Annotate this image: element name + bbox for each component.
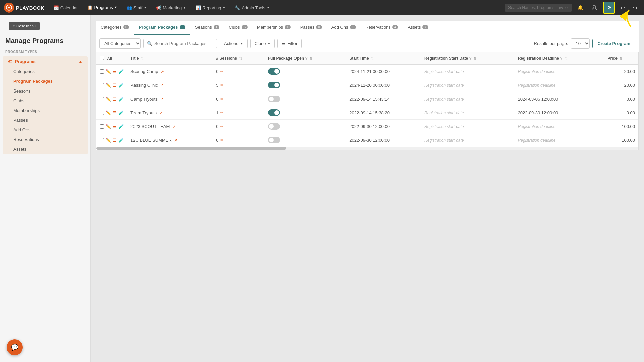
edit-icon[interactable]: ✏️ xyxy=(106,83,111,88)
edit-icon[interactable]: ✏️ xyxy=(106,69,111,74)
delete-icon[interactable]: 🧪 xyxy=(118,83,124,88)
logout-icon[interactable]: ↪ xyxy=(630,5,640,11)
tab-clubs[interactable]: Clubs 5 xyxy=(224,21,252,35)
start-time-column-header[interactable]: Start Time ⇅ xyxy=(346,52,421,65)
delete-icon[interactable]: 🧪 xyxy=(118,138,124,143)
tab-passes[interactable]: Passes 0 xyxy=(296,21,327,35)
sort-icon: ⇅ xyxy=(239,57,242,60)
gear-settings-button[interactable]: ⚙ xyxy=(603,2,615,14)
sessions-edit-icon[interactable]: ✏ xyxy=(220,138,223,142)
per-page-select[interactable]: 10 25 50 xyxy=(571,38,590,49)
row-checkbox[interactable] xyxy=(100,111,104,115)
help-icon[interactable]: ? xyxy=(469,56,471,61)
full-package-toggle[interactable] xyxy=(268,82,280,88)
sessions-edit-icon[interactable]: ✏ xyxy=(220,97,223,101)
user-icon[interactable] xyxy=(588,4,600,11)
toolbar: All Categories 🔍 Actions ▼ Clone ▼ ☰ Fil… xyxy=(96,35,639,52)
reporting-icon: 📊 xyxy=(196,5,201,10)
help-icon[interactable]: ? xyxy=(560,56,562,61)
full-package-open-column-header[interactable]: Full Package Open ? ⇅ xyxy=(265,52,346,65)
sessions-icon[interactable]: ☰ xyxy=(113,138,117,143)
external-link-icon[interactable]: ↗ xyxy=(174,138,177,143)
external-link-icon[interactable]: ↗ xyxy=(172,124,176,129)
sessions-edit-icon[interactable]: ✏ xyxy=(220,83,223,87)
sessions-edit-icon[interactable]: ✏ xyxy=(220,111,223,115)
select-all-checkbox[interactable] xyxy=(100,56,104,60)
external-link-icon[interactable]: ↗ xyxy=(159,111,163,115)
nav-marketing[interactable]: 📢 Marketing ▼ xyxy=(153,0,190,15)
help-icon[interactable]: ? xyxy=(305,56,307,61)
row-checkbox[interactable] xyxy=(100,83,104,87)
delete-icon[interactable]: 🧪 xyxy=(118,124,124,129)
sidebar-item-assets[interactable]: Assets xyxy=(3,144,88,154)
sidebar-item-passes[interactable]: Passes xyxy=(3,115,88,125)
tab-memberships[interactable]: Memberships 1 xyxy=(252,21,296,35)
nav-reporting[interactable]: 📊 Reporting ▼ xyxy=(192,0,229,15)
sessions-edit-icon[interactable]: ✏ xyxy=(220,124,223,129)
external-link-icon[interactable]: ↗ xyxy=(160,83,164,88)
search-input[interactable] xyxy=(154,41,213,46)
sessions-column-header[interactable]: # Sessions ⇅ xyxy=(213,52,264,65)
table-row: ✏️ ☰ 🧪 Passing Clinic ↗ 5 ✏ xyxy=(96,78,638,92)
actions-button[interactable]: Actions ▼ xyxy=(220,39,248,48)
sidebar-item-categories[interactable]: Categories xyxy=(3,67,88,76)
full-package-toggle[interactable] xyxy=(268,96,280,102)
delete-icon[interactable]: 🧪 xyxy=(118,97,124,102)
sessions-icon[interactable]: ☰ xyxy=(113,110,117,115)
sessions-icon[interactable]: ☰ xyxy=(113,69,117,74)
sidebar-item-add-ons[interactable]: Add Ons xyxy=(3,125,88,135)
price-column-header[interactable]: Price ⇅ xyxy=(604,52,638,65)
close-menu-button[interactable]: « Close Menu xyxy=(9,22,40,30)
nav-programs[interactable]: 📋 Programs ▼ xyxy=(84,0,120,15)
tab-reservations[interactable]: Reservations 4 xyxy=(361,21,403,35)
edit-icon[interactable]: ✏️ xyxy=(106,97,111,102)
table-scrollbar[interactable] xyxy=(96,147,638,150)
tab-add-ons[interactable]: Add Ons 1 xyxy=(327,21,361,35)
external-link-icon[interactable]: ↗ xyxy=(161,69,164,74)
row-checkbox[interactable] xyxy=(100,69,104,74)
full-package-toggle[interactable] xyxy=(268,109,280,116)
sidebar-item-seasons[interactable]: Seasons xyxy=(3,86,88,96)
sidebar-item-programs[interactable]: 🏷 Programs ▲ xyxy=(3,56,88,67)
tab-assets[interactable]: Assets 7 xyxy=(403,21,433,35)
full-package-toggle[interactable] xyxy=(268,123,280,130)
nav-staff[interactable]: 👥 Staff ▼ xyxy=(123,0,150,15)
edit-icon[interactable]: ✏️ xyxy=(106,110,111,115)
row-checkbox[interactable] xyxy=(100,97,104,101)
reg-start-date-column-header[interactable]: Registration Start Date ? ⇅ xyxy=(421,52,515,65)
sidebar-item-program-packages[interactable]: Program Packages xyxy=(3,76,88,86)
sidebar-item-reservations[interactable]: Reservations xyxy=(3,135,88,144)
nav-admin-tools[interactable]: 🔧 Admin Tools ▼ xyxy=(231,0,273,15)
row-checkbox[interactable] xyxy=(100,138,104,142)
delete-icon[interactable]: 🧪 xyxy=(118,69,124,74)
sessions-edit-icon[interactable]: ✏ xyxy=(220,69,223,74)
sessions-icon[interactable]: ☰ xyxy=(113,83,117,88)
sessions-icon[interactable]: ☰ xyxy=(113,97,117,102)
delete-icon[interactable]: 🧪 xyxy=(118,110,124,115)
category-filter-select[interactable]: All Categories xyxy=(99,38,141,49)
sessions-icon[interactable]: ☰ xyxy=(113,124,117,129)
edit-icon[interactable]: ✏️ xyxy=(106,124,111,129)
external-link-icon[interactable]: ↗ xyxy=(160,97,164,102)
global-search-input[interactable] xyxy=(505,4,572,12)
reg-deadline-column-header[interactable]: Registration Deadline ? ⇅ xyxy=(515,52,604,65)
notifications-icon[interactable]: 🔔 xyxy=(575,5,586,10)
sidebar-item-clubs[interactable]: Clubs xyxy=(3,96,88,106)
edit-icon[interactable]: ✏️ xyxy=(106,138,111,143)
full-package-toggle[interactable] xyxy=(268,68,280,75)
chat-button[interactable]: 💬 xyxy=(7,339,23,355)
create-program-button[interactable]: Create Program xyxy=(592,39,635,48)
tab-categories[interactable]: Categories 6 xyxy=(96,21,134,35)
sidebar-item-memberships[interactable]: Memberships xyxy=(3,106,88,115)
clone-button[interactable]: Clone ▼ xyxy=(250,39,275,48)
nav-calendar[interactable]: 📅 Calendar xyxy=(50,0,82,15)
table-scrollbar-thumb xyxy=(96,147,286,150)
logo[interactable]: PLAYBOOK xyxy=(4,3,44,13)
tab-seasons[interactable]: Seasons 1 xyxy=(190,21,224,35)
filter-button[interactable]: ☰ Filter xyxy=(277,39,302,48)
title-column-header[interactable]: Title ⇅ xyxy=(127,52,213,65)
full-package-toggle[interactable] xyxy=(268,137,280,143)
row-checkbox[interactable] xyxy=(100,124,104,129)
undo-icon[interactable]: ↩ xyxy=(618,5,628,11)
tab-program-packages[interactable]: Program Packages 6 xyxy=(134,21,190,35)
